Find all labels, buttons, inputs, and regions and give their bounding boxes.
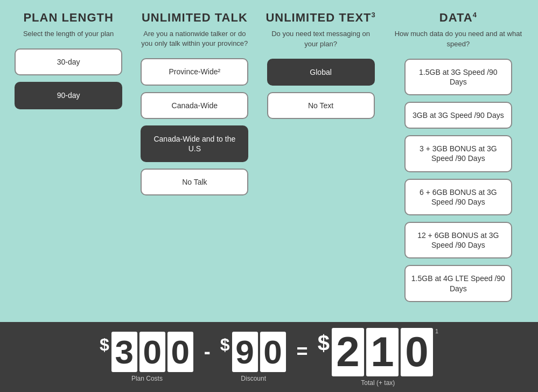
plan-costs-digit-2: 0 <box>139 332 165 372</box>
option-global[interactable]: Global <box>267 59 375 86</box>
total-label: Total (+ tax) <box>361 379 395 387</box>
option-data-5[interactable]: 12 + 6GB BONUS at 3G Speed /90 Days <box>404 222 512 258</box>
option-90day[interactable]: 90-day <box>15 82 122 109</box>
option-data-1[interactable]: 1.5GB at 3G Speed /90 Days <box>404 59 512 95</box>
option-province-wide[interactable]: Province-Wide² <box>141 58 248 85</box>
option-no-talk[interactable]: No Talk <box>141 169 248 195</box>
total-digit-1: 2 <box>332 328 364 376</box>
unlimited-talk-header: Unlimited Talk <box>142 11 248 25</box>
total-block: $ 2 1 0 1 Total (+ tax) <box>318 328 438 387</box>
discount-block: $ 9 0 Discount <box>220 332 287 382</box>
discount-digit-2: 0 <box>260 332 286 372</box>
plan-costs-label: Plan Costs <box>131 375 163 382</box>
unlimited-talk-subtitle: Are you a nationwide talker or do you on… <box>138 29 251 48</box>
discount-dollar: $ <box>220 335 230 355</box>
equals-operator: = <box>297 340 308 374</box>
option-data-2[interactable]: 3GB at 3G Speed /90 Days <box>404 102 512 129</box>
data-column: Data4 How much data do you need and at w… <box>384 11 533 317</box>
plan-costs-dollar: $ <box>100 335 109 355</box>
footer: $ 3 0 0 Plan Costs - $ 9 0 Discount = $ … <box>0 322 538 392</box>
discount-digit-1: 9 <box>232 332 258 372</box>
plan-length-subtitle: Select the length of your plan <box>23 29 114 39</box>
plan-length-header: Plan Length <box>23 11 113 25</box>
unlimited-text-header: Unlimited Text3 <box>265 11 375 25</box>
total-digit-3: 0 <box>401 328 433 376</box>
plan-length-column: Plan Length Select the length of your pl… <box>5 11 131 317</box>
plan-costs-block: $ 3 0 0 Plan Costs <box>100 332 194 382</box>
option-30day[interactable]: 30-day <box>15 48 122 75</box>
main-area: Plan Length Select the length of your pl… <box>0 0 538 322</box>
option-canada-wide[interactable]: Canada-Wide <box>141 92 248 119</box>
minus-operator: - <box>204 340 211 374</box>
discount-display: $ 9 0 <box>220 332 287 372</box>
total-footnote: 1 <box>435 328 438 334</box>
discount-label: Discount <box>241 375 266 382</box>
option-no-text[interactable]: No Text <box>267 92 375 119</box>
option-data-6[interactable]: 1.5GB at 4G LTE Speed /90 Days <box>404 265 512 302</box>
unlimited-text-column: Unlimited Text3 Do you need text messagi… <box>257 11 383 317</box>
data-subtitle: How much data do you need and at what sp… <box>390 29 526 48</box>
plan-costs-digit-1: 3 <box>111 332 137 372</box>
total-dollar: $ <box>318 331 330 355</box>
unlimited-text-subtitle: Do you need text messaging on your plan? <box>264 29 377 48</box>
option-data-3[interactable]: 3 + 3GB BONUS at 3G Speed /90 Days <box>404 135 512 172</box>
total-display: $ 2 1 0 1 <box>318 328 438 376</box>
data-header: Data4 <box>439 11 477 25</box>
plan-costs-digit-3: 0 <box>167 332 193 372</box>
total-digit-2: 1 <box>366 328 399 376</box>
option-data-4[interactable]: 6 + 6GB BONUS at 3G Speed /90 Days <box>404 179 512 215</box>
plan-costs-display: $ 3 0 0 <box>100 332 194 372</box>
option-canada-wide-us[interactable]: Canada-Wide and to the U.S <box>141 125 248 162</box>
unlimited-talk-column: Unlimited Talk Are you a nationwide talk… <box>131 11 257 317</box>
